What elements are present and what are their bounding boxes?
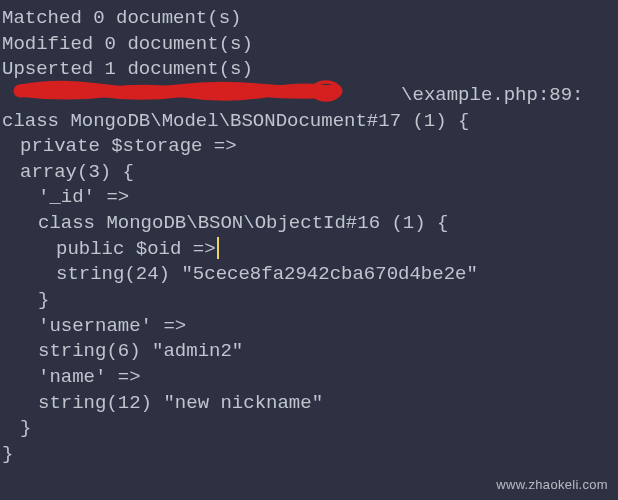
oid-public: public $oid => [56, 238, 216, 260]
path-suffix: \example.php:89: [401, 84, 583, 106]
name-val: string(12) "new nickname" [2, 391, 616, 417]
id-key: '_id' => [2, 185, 616, 211]
output-path: XXXXXXXXXXXXXXXXXXXXXXXXXXXXXXXXXXX\exam… [2, 83, 616, 109]
name-key: 'name' => [2, 365, 616, 391]
text-cursor [217, 237, 219, 259]
oid-class: class MongoDB\BSON\ObjectId#16 (1) { [2, 211, 616, 237]
oid-string: string(24) "5cece8fa2942cba670d4be2e" [2, 262, 616, 288]
username-val: string(6) "admin2" [2, 339, 616, 365]
storage-line: private $storage => [2, 134, 616, 160]
output-modified: Modified 0 document(s) [2, 32, 616, 58]
watermark: www.zhaokeli.com [496, 476, 608, 494]
class-line: class MongoDB\Model\BSONDocument#17 (1) … [2, 109, 616, 135]
array-open: array(3) { [2, 160, 616, 186]
oid-public-line: public $oid => [2, 237, 616, 263]
close-brace-1: } [2, 288, 616, 314]
output-matched: Matched 0 document(s) [2, 6, 616, 32]
close-brace-3: } [2, 442, 616, 468]
close-brace-2: } [2, 416, 616, 442]
output-upserted: Upserted 1 document(s) [2, 57, 616, 83]
username-key: 'username' => [2, 314, 616, 340]
